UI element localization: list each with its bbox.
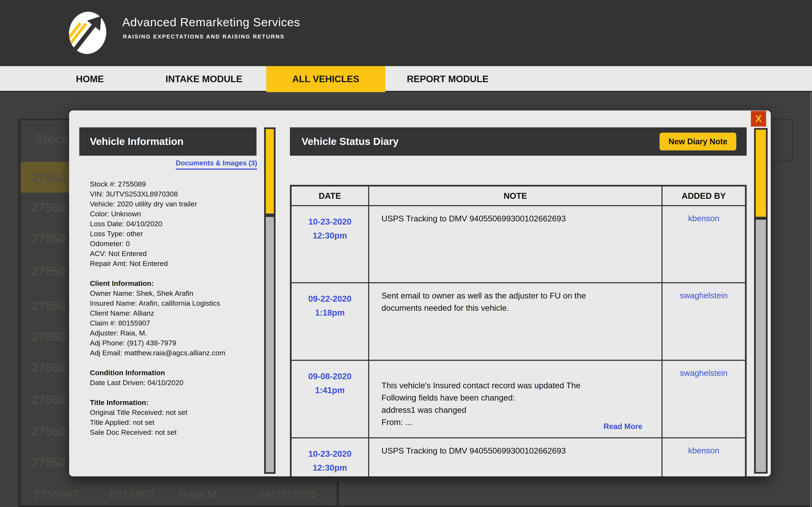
bottom-row-claim-number: 8015507: [109, 488, 155, 501]
table-row: 27550: [32, 424, 66, 438]
brand-header-bar: Advanced Remarketing Services RAISING EX…: [0, 0, 812, 66]
diary-row-note: USPS Tracking to DMV 9405506993001026626…: [369, 438, 661, 476]
app-root: Advanced Remarketing Services RAISING EX…: [0, 0, 812, 507]
vehicle-detail-modal: Vehicle Information Documents & Images (…: [69, 110, 771, 476]
table-row: 27550: [32, 200, 66, 214]
diary-note-text: This vehicle's Insured contact record wa…: [382, 381, 580, 427]
diary-row-date: 10-23-2020 12:30pm: [292, 206, 368, 282]
documents-images-link[interactable]: Documents & Images (3): [176, 159, 257, 170]
background-table-bottom-border: [18, 505, 812, 507]
background-page-outline: [768, 119, 794, 161]
diary-date: 09-22-2020: [292, 292, 368, 306]
diary-row-note: This vehicle's Insured contact record wa…: [369, 361, 661, 437]
diary-row-added-by: kbenson: [662, 438, 745, 476]
nav-item-report-module[interactable]: REPORT MODULE: [385, 66, 510, 92]
table-row: 27550: [32, 330, 66, 344]
diary-time: 1:18pm: [292, 306, 368, 320]
diary-row-note: Sent email to owner as well as the adjus…: [369, 283, 661, 360]
nav-item-all-vehicles-active[interactable]: ALL VEHICLES: [266, 66, 385, 92]
vehicle-info-scrollbar-track: [264, 127, 275, 474]
diary-time: 12:30pm: [292, 461, 368, 475]
table-row: 27550: [32, 231, 66, 245]
diary-date: 09-08-2020: [292, 369, 368, 383]
vehicle-status-diary-header: Vehicle Status Diary New Diary Note: [290, 127, 747, 156]
new-diary-note-button[interactable]: New Diary Note: [660, 133, 736, 151]
diary-row-added-by: swaghelstein: [662, 283, 745, 360]
modal-scrollbar-track: [754, 128, 768, 473]
diary-row-date: 10-23-2020 12:30pm: [292, 438, 368, 476]
diary-row-date: 09-08-2020 1:41pm: [292, 361, 368, 437]
company-logo-icon: [63, 8, 113, 58]
brand-title: Advanced Remarketing Services: [122, 15, 300, 29]
background-page-scrollbar: [810, 92, 811, 507]
diary-row-note: USPS Tracking to DMV 9405506993001026626…: [369, 206, 661, 282]
diary-row-added-by: swaghelstein: [662, 361, 745, 437]
table-row: 27550: [32, 455, 66, 469]
bottom-row-loss-date: 06/23/2020: [258, 488, 317, 501]
background-stock-column-header: Stock: [35, 131, 69, 146]
nav-item-intake-module[interactable]: INTAKE MODULE: [142, 66, 266, 92]
vehicle-status-diary-title: Vehicle Status Diary: [302, 127, 399, 156]
diary-date: 10-23-2020: [292, 447, 368, 461]
column-header-added-by: ADDED BY: [662, 186, 745, 205]
diary-time: 1:41pm: [292, 383, 368, 397]
background-table-column-border: [337, 481, 339, 507]
documents-link-row: Documents & Images (3): [79, 159, 257, 170]
diary-table: DATE NOTE ADDED BY 10-23-2020 12:30pm US…: [290, 185, 747, 476]
column-header-date: DATE: [292, 186, 368, 205]
vehicle-information-header: Vehicle Information: [79, 127, 256, 156]
modal-scrollbar-lower-track[interactable]: [756, 220, 766, 472]
read-more-link[interactable]: Read More: [604, 420, 643, 433]
table-row: 27550: [32, 298, 66, 313]
vehicle-info-scrollbar-thumb[interactable]: [266, 129, 274, 214]
background-table-left-border: [18, 120, 21, 507]
brand-tagline: RAISING EXPECTATIONS AND RAISING RETURNS: [123, 34, 285, 40]
bottom-row-stock-number: 2755057: [34, 488, 80, 501]
vehicle-information-title: Vehicle Information: [90, 127, 184, 156]
column-header-note: NOTE: [369, 186, 661, 205]
diary-row-added-by: kbenson: [662, 206, 745, 282]
table-row: 27550: [32, 360, 66, 375]
bottom-row-adjuster-name: Raia M.: [179, 488, 220, 501]
table-row: 27550: [32, 171, 66, 185]
diary-row-date: 09-22-2020 1:18pm: [292, 283, 368, 360]
diary-date: 10-23-2020: [292, 215, 368, 229]
main-nav: HOME INTAKE MODULE ALL VEHICLES REPORT M…: [0, 66, 812, 92]
vehicle-info-scrollbar-lower-track[interactable]: [266, 217, 274, 472]
modal-close-button[interactable]: X: [751, 111, 766, 126]
table-row: 27550: [32, 393, 66, 407]
modal-scrollbar-thumb[interactable]: [756, 130, 766, 217]
table-row: 27550: [32, 264, 66, 278]
diary-time: 12:30pm: [292, 229, 368, 242]
nav-item-home[interactable]: HOME: [38, 66, 142, 92]
